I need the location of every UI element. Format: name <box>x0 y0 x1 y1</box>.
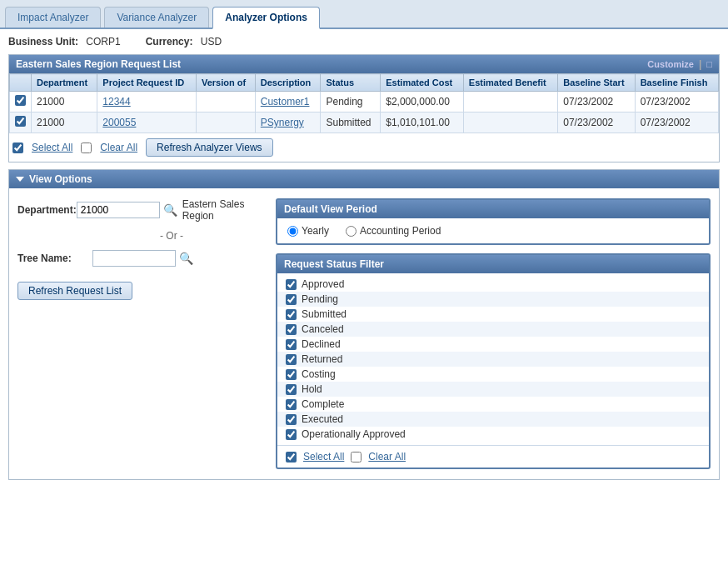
col-project-request-id: Project Request ID <box>97 74 197 92</box>
select-all-checkbox[interactable] <box>12 142 23 153</box>
status-label-7: Hold <box>302 383 322 395</box>
status-filter-row: Declined <box>277 337 709 352</box>
status-filter-row: Submitted <box>277 307 709 322</box>
status-checkbox-7[interactable] <box>286 384 297 395</box>
col-baseline-finish: Baseline Finish <box>635 74 718 92</box>
cell-project-id-1[interactable]: 200055 <box>97 112 197 133</box>
cell-baseline-start-1: 07/23/2002 <box>558 112 635 133</box>
request-table: Department Project Request ID Version of… <box>9 73 719 133</box>
yearly-radio-label[interactable]: Yearly <box>287 225 329 237</box>
default-view-period-box: Default View Period Yearly Accounting Pe… <box>276 198 711 245</box>
col-version-of: Version of <box>196 74 255 92</box>
status-filter-row: Approved <box>277 277 709 292</box>
cell-baseline-start-0: 07/23/2002 <box>558 92 635 112</box>
col-department: Department <box>32 74 97 92</box>
status-checkbox-8[interactable] <box>286 399 297 410</box>
yearly-radio[interactable] <box>287 226 298 237</box>
clear-all-checkbox[interactable] <box>81 142 92 153</box>
status-label-3: Canceled <box>302 323 344 335</box>
tab-variance[interactable]: Variance Analyzer <box>104 7 209 28</box>
status-label-6: Costing <box>302 368 336 380</box>
cell-project-id-0[interactable]: 12344 <box>97 92 197 112</box>
view-options-header[interactable]: View Options <box>9 170 719 188</box>
tree-name-search-icon[interactable]: 🔍 <box>179 252 193 265</box>
status-checkbox-3[interactable] <box>286 324 297 335</box>
status-label-4: Declined <box>302 338 341 350</box>
refresh-request-list-button[interactable]: Refresh Request List <box>17 282 132 300</box>
status-filter-row: Canceled <box>277 322 709 337</box>
default-view-period-header: Default View Period <box>277 200 709 218</box>
tree-name-input[interactable] <box>92 250 176 267</box>
tab-analyzer-options[interactable]: Analyzer Options <box>212 7 320 29</box>
col-status: Status <box>321 74 381 92</box>
status-select-all-checkbox[interactable] <box>286 452 297 462</box>
col-checkbox <box>10 74 32 92</box>
clear-all-link[interactable]: Clear All <box>100 142 137 153</box>
status-filter-row: Executed <box>277 412 709 427</box>
status-filter-row: Costing <box>277 367 709 382</box>
status-checkbox-6[interactable] <box>286 369 297 380</box>
department-label: Department: <box>17 204 77 216</box>
table-row: 21000 12344 Customer1 Pending $2,000,000… <box>10 92 719 112</box>
request-status-filter-header: Request Status Filter <box>277 255 709 273</box>
expand-icon[interactable]: □ <box>706 59 712 69</box>
cell-est-benefit-0 <box>463 92 557 112</box>
accounting-period-radio-label[interactable]: Accounting Period <box>346 225 441 237</box>
tab-impact[interactable]: Impact Analyzer <box>5 7 101 28</box>
yearly-label: Yearly <box>302 225 329 237</box>
cell-est-benefit-1 <box>463 112 557 133</box>
triangle-icon <box>16 177 24 182</box>
status-checkbox-2[interactable] <box>286 309 297 320</box>
tree-name-label: Tree Name: <box>17 252 92 264</box>
cell-description-1[interactable]: PSynergy <box>255 112 321 133</box>
cell-description-0[interactable]: Customer1 <box>255 92 321 112</box>
cell-baseline-finish-0: 07/23/2002 <box>635 92 718 112</box>
department-search-icon[interactable]: 🔍 <box>163 203 177 217</box>
select-all-link[interactable]: Select All <box>32 142 72 153</box>
col-estimated-benefit: Estimated Benefit <box>463 74 557 92</box>
request-list-title: Eastern Sales Region Request List <box>16 58 181 70</box>
currency-value: USD <box>201 36 222 48</box>
col-estimated-cost: Estimated Cost <box>381 74 464 92</box>
accounting-period-radio[interactable] <box>346 226 357 237</box>
status-checkbox-4[interactable] <box>286 339 297 350</box>
cell-version-0 <box>196 92 255 112</box>
status-clear-all-checkbox[interactable] <box>351 452 362 462</box>
or-divider: - Or - <box>92 230 251 242</box>
status-checkbox-9[interactable] <box>286 414 297 425</box>
row-checkbox-0[interactable] <box>15 95 26 106</box>
status-label-0: Approved <box>302 278 344 290</box>
status-label-8: Complete <box>302 398 344 410</box>
cell-est-cost-0: $2,000,000.00 <box>381 92 464 112</box>
status-label-9: Executed <box>302 413 343 425</box>
status-clear-all-link[interactable]: Clear All <box>368 451 406 462</box>
status-checkbox-5[interactable] <box>286 354 297 365</box>
col-description: Description <box>255 74 321 92</box>
col-baseline-start: Baseline Start <box>558 74 635 92</box>
table-row: 21000 200055 PSynergy Submitted $1,010,1… <box>10 112 719 133</box>
row-checkbox-1[interactable] <box>15 116 26 127</box>
request-status-filter-box: Request Status Filter Approved Pending S… <box>276 253 711 469</box>
cell-est-cost-1: $1,010,101.00 <box>381 112 464 133</box>
view-options-title: View Options <box>29 173 92 185</box>
status-checkbox-1[interactable] <box>286 294 297 305</box>
cell-status-1: Submitted <box>321 112 381 133</box>
department-input[interactable] <box>77 202 160 218</box>
status-checkbox-0[interactable] <box>286 279 297 290</box>
cell-department-0: 21000 <box>32 92 97 112</box>
cell-baseline-finish-1: 07/23/2002 <box>635 112 718 133</box>
status-checkbox-10[interactable] <box>286 429 297 440</box>
customize-link[interactable]: Customize <box>647 59 694 69</box>
cell-version-1 <box>196 112 255 133</box>
accounting-period-label: Accounting Period <box>360 225 441 237</box>
refresh-analyzer-views-button[interactable]: Refresh Analyzer Views <box>146 138 273 157</box>
status-label-1: Pending <box>302 293 338 305</box>
status-filter-row: Returned <box>277 352 709 367</box>
status-select-all-link[interactable]: Select All <box>303 451 344 462</box>
status-label-10: Operationally Approved <box>302 428 406 440</box>
status-label-2: Submitted <box>302 308 347 320</box>
status-filter-row: Hold <box>277 382 709 397</box>
currency-label: Currency: <box>146 36 193 48</box>
cell-status-0: Pending <box>321 92 381 112</box>
cell-department-1: 21000 <box>32 112 97 133</box>
